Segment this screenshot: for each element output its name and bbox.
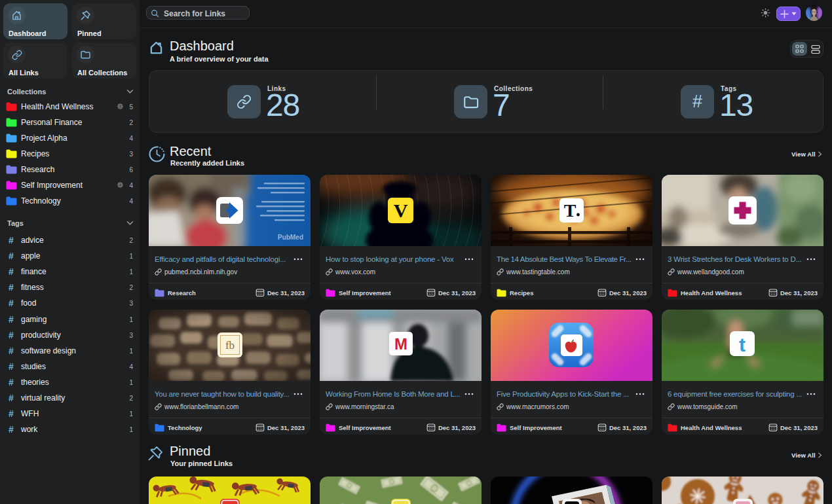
svg-text:PubMed: PubMed: [278, 234, 303, 241]
svg-text:M: M: [394, 335, 407, 353]
svg-text:T: T: [564, 200, 577, 221]
svg-text:fb: fb: [225, 339, 235, 351]
svg-text:t: t: [739, 334, 746, 355]
svg-text:V: V: [394, 200, 408, 221]
